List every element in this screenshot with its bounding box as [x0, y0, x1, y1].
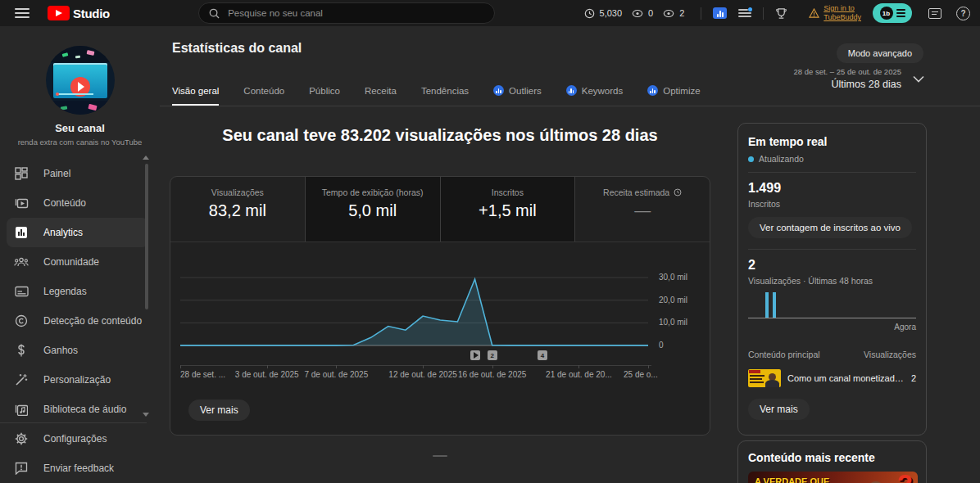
x-axis-line: [180, 365, 651, 366]
y-tick-label: 10,0 mil: [659, 318, 687, 327]
divider: [748, 249, 916, 250]
list-notification-icon[interactable]: [738, 8, 751, 18]
tubebuddy-badge-icon: [493, 85, 504, 96]
tubebuddy-menu-icon: [896, 9, 905, 17]
divider: [748, 172, 916, 173]
youtube-logo-icon[interactable]: [48, 6, 70, 20]
x-tick-mark: [492, 365, 493, 368]
marker-count-badge[interactable]: 4: [538, 350, 547, 360]
sidebar-item-ganhos[interactable]: Ganhos: [7, 336, 148, 365]
tab-optimize[interactable]: Optimize: [647, 85, 700, 106]
tubebuddy-button[interactable]: 1b: [873, 3, 912, 23]
metric-value: +1,5 mil: [441, 201, 575, 220]
y-tick-label: 0: [659, 341, 664, 350]
sidebar-item-analytics[interactable]: Analytics: [7, 218, 148, 247]
date-range-text: 28 de set. – 25 de out. de 2025 Últimos …: [793, 67, 901, 90]
search-input[interactable]: Pesquise no seu canal: [198, 2, 495, 24]
thumbnail-text: A VERDADE QUE NÃO TE CONTARAM: [755, 476, 843, 483]
latest-video-thumbnail[interactable]: A VERDADE QUE NÃO TE CONTARAM 2: [748, 472, 918, 483]
metric-visualizacoes[interactable]: Visualizações 83,2 mil: [170, 177, 305, 242]
advanced-mode-button[interactable]: Modo avançado: [837, 43, 923, 63]
tab-visao-geral[interactable]: Visão geral: [172, 85, 219, 106]
views-counter-1: 0: [648, 8, 653, 18]
metric-receita[interactable]: Receita estimada —: [574, 177, 710, 242]
avatar-art-top: [46, 46, 115, 62]
overview-content: Seu canal teve 83.202 visualizações nos …: [160, 106, 980, 483]
eye-icon: [663, 9, 674, 18]
x-tick-mark: [423, 365, 424, 368]
realtime-card: Em tempo real Atualizando 1.499 Inscrito…: [737, 123, 927, 436]
stats-chip-icon[interactable]: [713, 7, 727, 19]
earnings-icon: [13, 344, 29, 357]
x-tick-label: 3 de out. de 2025: [235, 370, 299, 379]
youtube-studio-app: Studio Pesquise no seu canal 5,030 0 2 S…: [0, 0, 980, 483]
hamburger-menu-icon[interactable]: [15, 8, 29, 18]
x-tick-label: 28 de set. ...: [180, 370, 225, 379]
video-thumbnail: [748, 369, 781, 387]
metric-inscritos[interactable]: Inscritos +1,5 mil: [440, 177, 575, 242]
sidebar-item-enviar-feedback[interactable]: Enviar feedback: [7, 454, 148, 483]
realtime-updating: Atualizando: [748, 154, 916, 164]
metric-cards: Visualizações 83,2 mil Tempo de exibição…: [170, 177, 710, 242]
channel-avatar[interactable]: [46, 46, 115, 115]
tab-receita[interactable]: Receita: [365, 85, 397, 106]
main-area: Estatísticas do canal Modo avançado Visã…: [160, 26, 980, 483]
realtime-bar: [765, 292, 769, 318]
help-icon[interactable]: ?: [956, 7, 970, 20]
see-more-button[interactable]: Ver mais: [188, 399, 250, 421]
top-video-row[interactable]: Como um canal monetizado ... 2: [748, 369, 916, 387]
scroll-down-icon[interactable]: [143, 413, 149, 417]
studio-wordmark[interactable]: Studio: [73, 7, 110, 20]
line-chart-plot[interactable]: [180, 269, 648, 345]
sidebar-scrollbar[interactable]: [145, 164, 148, 309]
sidebar-item-label: Configurações: [43, 433, 107, 445]
top-video-views: 2: [911, 373, 916, 383]
analytics-header: Estatísticas do canal Modo avançado Visã…: [160, 26, 980, 106]
sidebar-item-label: Legendas: [43, 286, 87, 297]
sidebar-item-conteudo[interactable]: Conteúdo: [7, 188, 148, 218]
metric-tempo-exibicao[interactable]: Tempo de exibição (horas) 5,0 mil: [305, 177, 440, 242]
date-range-selector[interactable]: 28 de set. – 25 de out. de 2025 Últimos …: [793, 67, 924, 90]
sidebar-item-label: Biblioteca de áudio: [43, 404, 126, 415]
feedback-icon[interactable]: [928, 8, 941, 19]
sidebar-item-biblioteca-audio[interactable]: Biblioteca de áudio: [7, 395, 148, 424]
sidebar-item-painel[interactable]: Painel: [7, 159, 148, 188]
x-tick-label: 12 de out. de 2025: [388, 370, 456, 379]
tubebuddy-badge-icon: [647, 85, 658, 96]
marker-play-icon[interactable]: [470, 350, 480, 360]
tab-tendencias[interactable]: Tendências: [421, 85, 469, 106]
realtime-views: 2: [748, 258, 916, 273]
now-label: Agora: [748, 323, 916, 332]
dashboard-icon: [13, 167, 29, 180]
realtime-bar-chart[interactable]: [748, 291, 916, 318]
channel-tagline: renda extra com canais no YouTube: [0, 138, 160, 147]
clock-icon: [584, 8, 595, 19]
trophy-icon[interactable]: [775, 7, 787, 20]
tab-keywords[interactable]: Keywords: [566, 85, 624, 106]
sidebar-item-label: Detecção de conteúdo: [43, 315, 142, 327]
sidebar-item-personalizacao[interactable]: Personalização: [7, 365, 148, 395]
live-subscriber-count-button[interactable]: Ver contagem de inscritos ao vivo: [748, 217, 912, 238]
thumbnail-accent: [749, 370, 760, 373]
gear-icon: [13, 432, 29, 445]
divider: [763, 7, 764, 20]
metric-label: Receita estimada: [575, 187, 710, 197]
sidebar-item-configuracoes[interactable]: Configurações: [7, 424, 148, 454]
sidebar-pinned-nav: Configurações Enviar feedback: [0, 424, 160, 483]
tab-conteudo[interactable]: Conteúdo: [243, 85, 284, 106]
scroll-up-icon[interactable]: [143, 156, 149, 160]
sidebar-item-deteccao[interactable]: Detecção de conteúdo: [7, 306, 148, 336]
search-placeholder: Pesquise no seu canal: [228, 8, 323, 18]
date-period: Últimos 28 dias: [793, 79, 901, 90]
tubebuddy-signin-link[interactable]: Sign in to TubeBuddy: [809, 4, 861, 22]
realtime-see-more-button[interactable]: Ver mais: [748, 399, 810, 420]
marker-count-badge[interactable]: 2: [488, 350, 497, 360]
analytics-tabs: Visão geral Conteúdo Público Receita Ten…: [172, 85, 701, 106]
sidebar-item-comunidade[interactable]: Comunidade: [7, 247, 148, 277]
metric-label: Visualizações: [170, 187, 305, 197]
sidebar-item-label: Enviar feedback: [43, 463, 114, 474]
chevron-down-icon: [913, 75, 924, 83]
tab-publico[interactable]: Público: [309, 85, 340, 106]
tab-outliers[interactable]: Outliers: [493, 85, 542, 106]
sidebar-item-legendas[interactable]: Legendas: [7, 277, 148, 306]
